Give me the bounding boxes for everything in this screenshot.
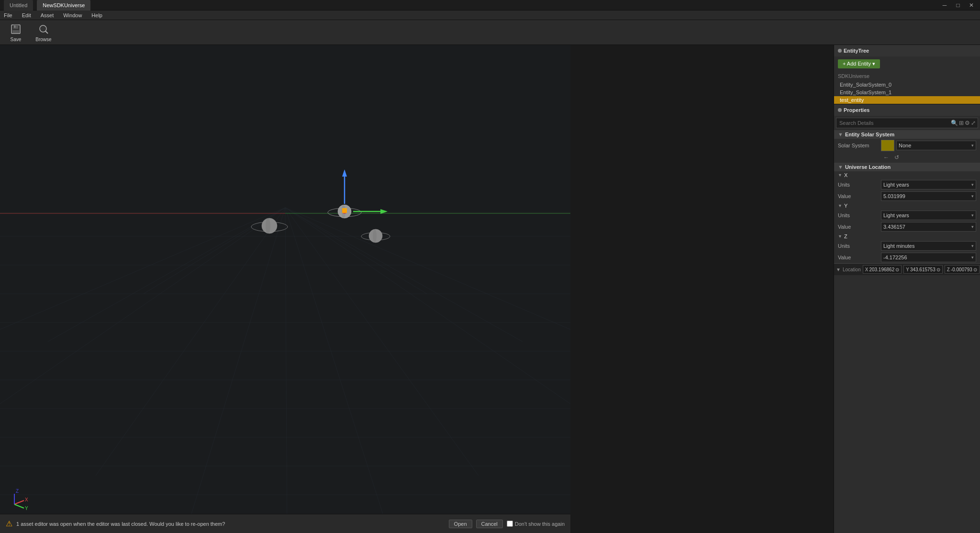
notification-bar: ⚠ 1 asset editor was open when the edito… xyxy=(0,514,570,533)
open-button[interactable]: Open xyxy=(449,520,472,528)
viewport-svg: X Y Z xyxy=(0,45,570,533)
entity-row-2[interactable]: test_entity xyxy=(834,96,980,104)
entity-row-1[interactable]: Entity_SolarSystem_1 xyxy=(834,89,980,96)
svg-point-47 xyxy=(373,229,377,243)
y-value-label: Value xyxy=(838,224,881,230)
search-icon[interactable]: 🔍 xyxy=(951,120,958,126)
x-units-label: Units xyxy=(838,182,881,188)
properties-dot xyxy=(838,108,842,112)
x-value-row: Value 5.031999 ▾ xyxy=(834,190,980,202)
z-units-value: Light minutes ▾ xyxy=(881,241,976,251)
save-button[interactable]: Save xyxy=(4,22,28,43)
save-label: Save xyxy=(11,37,22,42)
svg-rect-3 xyxy=(14,25,15,28)
tab-newsdkuniverse[interactable]: NewSDKUniverse xyxy=(37,0,90,11)
y-arrow-icon: ▼ xyxy=(838,203,842,208)
section-arrow: ▼ xyxy=(838,132,843,137)
viewport[interactable]: X Y Z xyxy=(0,45,570,533)
x-value-label: Value xyxy=(838,193,881,199)
search-bar-icons: 🔍 ⊞ ⚙ ⤢ xyxy=(951,120,978,126)
y-units-dropdown[interactable]: Light years ▾ xyxy=(881,211,976,220)
x-units-arrow-icon: ▾ xyxy=(971,182,974,187)
z-units-label: Units xyxy=(838,243,881,249)
warning-icon: ⚠ xyxy=(6,519,12,528)
z-value-input[interactable]: -4.172256 ▾ xyxy=(881,253,976,262)
svg-rect-6 xyxy=(0,45,570,533)
menu-window[interactable]: Window xyxy=(61,12,84,18)
y-units-value: Light years ▾ xyxy=(881,211,976,220)
x-axis-header: ▼ X xyxy=(834,171,980,179)
z-units-arrow-icon: ▾ xyxy=(971,244,974,248)
menu-bar: File Edit Asset Window Help xyxy=(0,11,980,20)
refresh-icon[interactable]: ↺ xyxy=(892,153,901,162)
toolbar: Save Browse xyxy=(0,20,980,45)
y-units-label: Units xyxy=(838,212,881,218)
z-units-dropdown[interactable]: Light minutes ▾ xyxy=(881,241,976,251)
y-axis-header: ▼ Y xyxy=(834,202,980,210)
entity-row-0[interactable]: Entity_SolarSystem_0 xyxy=(834,81,980,89)
title-bar-left: Untitled NewSDKUniverse xyxy=(0,0,90,11)
sdk-universe-label: SDKUniverse xyxy=(834,71,980,81)
properties-header: Properties xyxy=(834,104,980,116)
menu-asset[interactable]: Asset xyxy=(39,12,56,18)
z-value-row: Value -4.172256 ▾ xyxy=(834,252,980,263)
location-arrow-icon: ▼ xyxy=(836,267,841,272)
maximize-button[interactable]: □ xyxy=(951,0,965,11)
x-units-value: Light years ▾ xyxy=(881,180,976,189)
solar-system-label: Solar System xyxy=(838,143,881,148)
y-value-input[interactable]: 3.436157 ▾ xyxy=(881,222,976,232)
x-arrow-icon: ▼ xyxy=(838,173,842,178)
z-units-row: Units Light minutes ▾ xyxy=(834,240,980,252)
close-button[interactable]: ✕ xyxy=(965,0,978,11)
svg-point-4 xyxy=(40,25,46,32)
search-input[interactable] xyxy=(836,120,951,126)
back-arrow-icon[interactable]: ← xyxy=(882,153,891,162)
svg-text:Z: Z xyxy=(16,489,19,494)
properties-panel: Properties 🔍 ⊞ ⚙ ⤢ ▼ Entity Solar System… xyxy=(834,104,980,533)
x-units-dropdown[interactable]: Light years ▾ xyxy=(881,180,976,189)
minimize-button[interactable]: ─ xyxy=(938,0,951,11)
settings-icon[interactable]: ⚙ xyxy=(965,120,970,126)
svg-point-35 xyxy=(266,218,270,233)
entity-solar-system-header[interactable]: ▼ Entity Solar System xyxy=(834,130,980,139)
y-value-row: Value 3.436157 ▾ xyxy=(834,221,980,233)
location-label: Location xyxy=(843,267,861,272)
universe-location-header[interactable]: ▼ Universe Location xyxy=(834,163,980,171)
dont-show-checkbox[interactable]: Don't show this again xyxy=(507,521,565,527)
tab-untitled[interactable]: Untitled xyxy=(4,0,33,11)
search-bar[interactable]: 🔍 ⊞ ⚙ ⤢ xyxy=(836,118,978,128)
location-z-coord[interactable]: Z -0.000793 ⊙ xyxy=(945,265,980,274)
svg-text:Y: Y xyxy=(25,506,28,511)
menu-help[interactable]: Help xyxy=(89,12,104,18)
menu-file[interactable]: File xyxy=(2,12,14,18)
solar-system-dropdown[interactable]: None ▾ xyxy=(896,141,976,150)
y-axis-label: Y xyxy=(906,267,909,272)
dropdown-arrow-icon: ▾ xyxy=(971,143,974,148)
z-value-value: -4.172256 ▾ xyxy=(881,253,976,262)
svg-rect-44 xyxy=(342,208,347,213)
solar-system-color-swatch[interactable] xyxy=(881,140,894,151)
menu-edit[interactable]: Edit xyxy=(20,12,33,18)
location-x-coord[interactable]: X 203.196862 ⊙ xyxy=(863,265,902,274)
z-value-label: Value xyxy=(838,255,881,260)
grid-view-icon[interactable]: ⊞ xyxy=(959,120,964,126)
x-units-row: Units Light years ▾ xyxy=(834,179,980,190)
x-value-input[interactable]: 5.031999 ▾ xyxy=(881,191,976,201)
y-units-arrow-icon: ▾ xyxy=(971,213,974,218)
entity-list: Entity_SolarSystem_0 Entity_SolarSystem_… xyxy=(834,81,980,104)
cancel-button[interactable]: Cancel xyxy=(476,520,503,528)
save-icon xyxy=(9,22,22,36)
location-y-coord[interactable]: Y 343.615753 ⊙ xyxy=(903,265,943,274)
z-axis-header: ▼ Z xyxy=(834,233,980,240)
z-axis-label: Z xyxy=(947,267,950,272)
x-value-arrow-icon: ▾ xyxy=(971,194,974,199)
expand-icon[interactable]: ⤢ xyxy=(971,120,976,126)
dont-show-input[interactable] xyxy=(507,521,513,527)
y-value-arrow-icon: ▾ xyxy=(971,224,974,229)
solar-system-actions-row: ← ↺ xyxy=(834,152,980,163)
browse-button[interactable]: Browse xyxy=(32,22,56,43)
add-entity-button[interactable]: + Add Entity ▾ xyxy=(838,59,880,68)
solar-system-value: None ▾ xyxy=(881,140,976,151)
x-value-value: 5.031999 ▾ xyxy=(881,191,976,201)
z-arrow-icon: ▼ xyxy=(838,234,842,239)
